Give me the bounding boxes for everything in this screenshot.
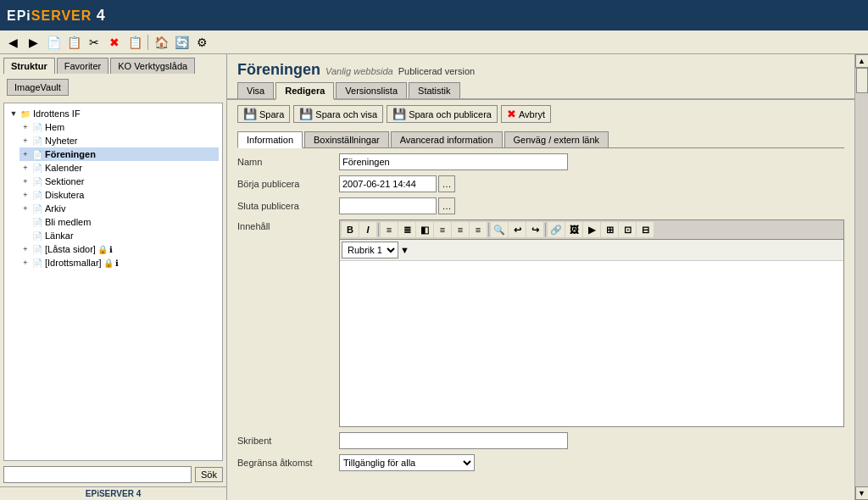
tree-item-arkiv[interactable]: + 📄 Arkiv <box>19 202 219 215</box>
rte-ol[interactable]: ≡ <box>381 222 398 237</box>
page-icon-blimed: 📄 <box>31 216 43 228</box>
search-input[interactable] <box>3 466 192 483</box>
scroll-up-button[interactable]: ▲ <box>855 54 869 68</box>
settings-button[interactable]: ⚙ <box>192 33 211 52</box>
tab-ko-verktygslada[interactable]: KO Verktygslåda <box>110 58 195 74</box>
rte-image[interactable]: 🖼 <box>565 222 582 237</box>
cancel-button[interactable]: ✖ Avbryt <box>501 105 551 123</box>
tree-item-lasta[interactable]: + 📄 [Låsta sidor] 🔒 ℹ <box>19 242 219 256</box>
reload-button[interactable]: 🔄 <box>172 33 191 52</box>
inner-tab-genvag[interactable]: Genväg / extern länk <box>504 131 609 147</box>
style-select[interactable]: Rubrik 1 <box>342 242 398 258</box>
copy-button[interactable]: 📋 <box>64 33 83 52</box>
expand-icon-nyheter: + <box>19 135 31 147</box>
rte-ul[interactable]: ≣ <box>398 222 415 237</box>
tree-item-foreningen[interactable]: + 📄 Föreningen <box>19 147 219 161</box>
main-toolbar: ◀ ▶ 📄 📋 ✂ ✖ 📋 🏠 🔄 ⚙ <box>0 31 868 54</box>
style-bar: Rubrik 1 ▼ <box>340 240 843 261</box>
rte-align-left[interactable]: ◧ <box>416 222 433 237</box>
rte-table[interactable]: ⊞ <box>601 222 618 237</box>
borja-date-picker[interactable]: … <box>438 175 455 192</box>
namn-row: Namn <box>237 153 844 170</box>
rte-align-right[interactable]: ≡ <box>452 222 469 237</box>
back-button[interactable]: ◀ <box>3 33 22 52</box>
action-bar: 💾 Spara 💾 Spara och visa 💾 Spara och pub… <box>227 100 854 128</box>
right-scrollbar: ▲ ▼ <box>854 54 868 500</box>
tab-versionslista[interactable]: Versionslista <box>336 82 407 98</box>
save-icon: 💾 <box>243 108 257 120</box>
tree-item-blimed[interactable]: ​ 📄 Bli medlem <box>19 215 219 229</box>
toolbar-separator <box>147 35 148 50</box>
inner-tab-bar: Information Boxinställningar Avancerad i… <box>237 131 844 148</box>
tree-item-idrottsmallar[interactable]: + 📄 [Idrottsmallar] 🔒 ℹ <box>19 256 219 269</box>
page-icon-arkiv: 📄 <box>31 203 43 214</box>
page-icon-lankar: 📄 <box>31 230 43 242</box>
save-button[interactable]: 💾 Spara <box>237 105 290 123</box>
sluta-row: Sluta publicera … <box>237 197 844 214</box>
rte-italic[interactable]: I <box>359 222 376 237</box>
page-status: Publicerad version <box>398 66 476 76</box>
scroll-thumb[interactable] <box>856 68 868 93</box>
app-logo: EPiSERVER 4 <box>7 7 106 25</box>
delete-button[interactable]: ✖ <box>105 33 124 52</box>
save-label: Spara <box>259 109 284 119</box>
page-icon-diskutera: 📄 <box>31 189 43 201</box>
borja-input[interactable] <box>339 175 437 192</box>
tree-root[interactable]: ▼ 📁 Idrottens IF <box>8 107 219 120</box>
cut-button[interactable]: ✂ <box>85 33 103 52</box>
inner-tab-boxinstallningar[interactable]: Boxinställningar <box>304 131 389 147</box>
rte-align-justify[interactable]: ≡ <box>470 222 487 237</box>
begransa-select[interactable]: Tillgänglig för alla <box>339 454 475 471</box>
rte-find[interactable]: 🔍 <box>491 222 508 237</box>
tree-item-hem[interactable]: + 📄 Hem <box>19 120 219 134</box>
rte-redo[interactable]: ↪ <box>526 222 543 237</box>
forward-button[interactable]: ▶ <box>24 33 42 52</box>
lock-icon-idrotts: 🔒 <box>103 258 114 268</box>
tab-struktur[interactable]: Struktur <box>3 58 55 74</box>
expand-icon-arkiv: + <box>19 203 31 214</box>
tab-redigera[interactable]: Redigera <box>275 82 334 100</box>
search-button[interactable]: Sök <box>195 467 223 482</box>
tab-statistik[interactable]: Statistik <box>409 82 460 98</box>
code-button[interactable]: 📋 <box>125 33 144 52</box>
expand-icon-hem: + <box>19 121 31 133</box>
tree-root-label: Idrottens IF <box>33 108 81 119</box>
rte-media[interactable]: ▶ <box>583 222 600 237</box>
tree-label-nyheter: Nyheter <box>45 136 78 146</box>
rte-link[interactable]: 🔗 <box>548 222 565 237</box>
save-and-view-button[interactable]: 💾 Spara och visa <box>293 105 383 123</box>
tree-label-hem: Hem <box>45 122 64 132</box>
imagevault-tab[interactable]: ImageVault <box>7 79 69 96</box>
tree-item-nyheter[interactable]: + 📄 Nyheter <box>19 134 219 147</box>
skribent-input[interactable] <box>339 432 568 449</box>
scroll-down-button[interactable]: ▼ <box>855 486 869 500</box>
tree-label-idrotts: [Idrottsmallar] <box>45 258 102 268</box>
inner-tab-avancerad[interactable]: Avancerad information <box>391 131 503 147</box>
rte-undo[interactable]: ↩ <box>509 222 526 237</box>
page-icon-lasta: 📄 <box>31 243 43 255</box>
rte-source[interactable]: ⊡ <box>619 222 636 237</box>
sluta-date-picker[interactable]: … <box>438 197 455 214</box>
tree-item-diskutera[interactable]: + 📄 Diskutera <box>19 188 219 202</box>
tree-item-kalender[interactable]: + 📄 Kalender <box>19 161 219 175</box>
save-and-publish-button[interactable]: 💾 Spara och publicera <box>387 105 498 123</box>
expand-icon-blimed: ​ <box>19 216 31 228</box>
content-header: Föreningen Vanlig webbsida Publicerad ve… <box>227 54 854 82</box>
tree-item-sektioner[interactable]: + 📄 Sektioner <box>19 175 219 188</box>
rte-misc[interactable]: ⊟ <box>637 222 654 237</box>
namn-input[interactable] <box>339 153 568 170</box>
tab-visa[interactable]: Visa <box>237 82 274 98</box>
rte-align-center[interactable]: ≡ <box>434 222 451 237</box>
tree-item-lankar[interactable]: ​ 📄 Länkar <box>19 229 219 242</box>
sluta-input[interactable] <box>339 197 437 214</box>
inner-tab-information[interactable]: Information <box>237 131 303 148</box>
home-button[interactable]: 🏠 <box>152 33 170 52</box>
editor-body[interactable] <box>340 261 843 426</box>
rte-bold[interactable]: B <box>342 222 359 237</box>
cancel-icon: ✖ <box>507 108 516 120</box>
tree-label-kalender: Kalender <box>45 163 82 173</box>
search-bar: Sök <box>0 463 226 486</box>
new-page-button[interactable]: 📄 <box>44 33 63 52</box>
sluta-label: Sluta publicera <box>237 201 339 211</box>
tab-favoriter[interactable]: Favoriter <box>57 58 108 74</box>
